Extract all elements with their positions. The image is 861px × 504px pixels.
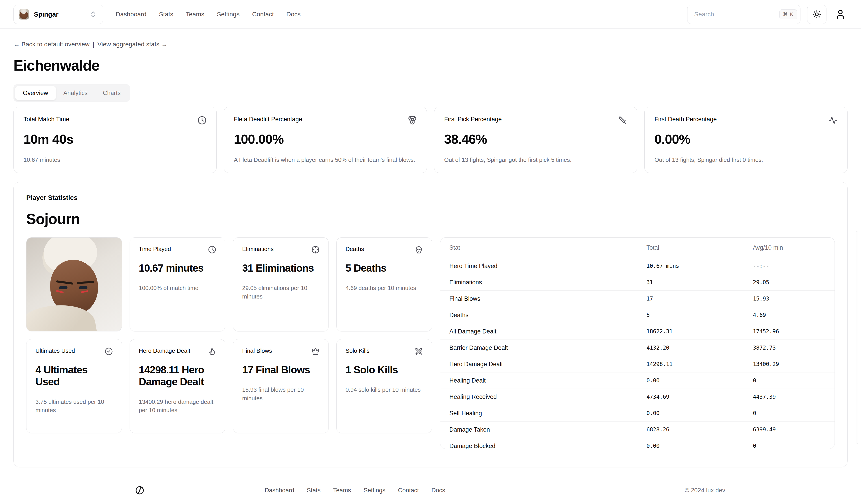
stat-card-title: First Death Percentage [655,116,717,123]
table-row: Hero Time Played10.67 mins--:-- [440,258,835,274]
nav-link-stats[interactable]: Stats [159,11,173,18]
tab-bar: OverviewAnalyticsCharts [13,84,130,102]
stat-card-title: Total Match Time [24,116,69,123]
table-cell-total: 0.00 [638,373,744,389]
footer-link-stats[interactable]: Stats [307,487,320,494]
circle-check-icon [105,347,113,355]
table-row: Barrier Damage Dealt4132.203872.73 [440,340,835,356]
nav-links: DashboardStatsTeamsSettingsContactDocs [116,11,301,18]
back-to-overview-link[interactable]: ← Back to default overview [13,41,90,48]
hero-card-title: Deaths [345,246,364,253]
stat-card-description: Out of 13 fights, Spingar died first 0 t… [655,156,837,164]
table-row: Damage Taken6828.266399.49 [440,421,835,438]
footer: DashboardStatsTeamsSettingsContactDocs ©… [0,473,861,504]
hero-card-solo-kills: Solo Kills1 Solo Kills0.94 solo kills pe… [336,339,432,433]
table-cell-avg: 0 [744,373,835,389]
hero-card-deaths: Deaths5 Deaths4.69 deaths per 10 minutes [336,237,432,332]
nav-link-settings[interactable]: Settings [217,11,240,18]
table-cell-avg: 13400.29 [744,356,835,373]
sun-icon [812,10,821,19]
hero-card-value: 10.67 minutes [139,262,216,274]
hero-card-time-played: Time Played10.67 minutes100.00% of match… [129,237,226,332]
skull-icon [415,246,423,254]
hero-card-subtext: 3.75 ultimates used per 10 minutes [36,398,113,415]
table-cell-avg: 3872.73 [744,340,835,356]
tab-overview[interactable]: Overview [15,86,56,100]
tab-charts[interactable]: Charts [95,86,128,100]
table-row: Damage Blocked0.000 [440,438,835,449]
table-cell-stat: Self Healing [440,405,638,421]
table-row: Eliminations3129.05 [440,274,835,291]
hero-name: Sojourn [26,210,835,227]
footer-link-contact[interactable]: Contact [398,487,419,494]
stat-card-first-death-percentage: First Death Percentage0.00%Out of 13 fig… [644,107,848,173]
table-row: Self Healing0.000 [440,405,835,421]
player-statistics-heading: Player Statistics [26,194,835,201]
footer-link-docs[interactable]: Docs [432,487,445,494]
stat-card-first-pick-percentage: First Pick Percentage38.46%Out of 13 fig… [434,107,637,173]
hero-card-eliminations: Eliminations31 Eliminations29.05 elimina… [233,237,329,332]
table-cell-total: 14298.11 [638,356,744,373]
nav-link-docs[interactable]: Docs [286,11,301,18]
hero-card-ultimates-used: Ultimates Used4 Ultimates Used3.75 ultim… [26,339,122,433]
search-input[interactable]: Search... ⌘ K [687,5,801,24]
table-cell-total: 4734.69 [638,389,744,405]
page-scrollbar-thumb[interactable] [856,231,858,444]
hero-card-value: 14298.11 Hero Damage Dealt [139,364,216,388]
footer-link-teams[interactable]: Teams [333,487,351,494]
column-header-avg: Avg/10 min [744,238,835,258]
crown-icon [312,347,319,355]
footer-link-dashboard[interactable]: Dashboard [264,487,294,494]
player-statistics-card: Player Statistics Sojourn Time Played10.… [13,182,848,467]
hero-card-subtext: 13400.29 hero damage dealt per 10 minute… [139,398,216,415]
player-statistics-content: Time Played10.67 minutes100.00% of match… [26,237,835,449]
table-cell-total: 4132.20 [638,340,744,356]
table-cell-total: 17 [638,291,744,307]
chevrons-up-down-icon [90,11,97,18]
nav-link-contact[interactable]: Contact [252,11,274,18]
footer-links: DashboardStatsTeamsSettingsContactDocs [264,487,445,494]
hero-card-value: 4 Ultimates Used [36,364,113,388]
hero-stat-cards: Time Played10.67 minutes100.00% of match… [26,237,432,433]
table-cell-total: 0.00 [638,405,744,421]
table-row: Healing Dealt0.000 [440,373,835,389]
tab-analytics[interactable]: Analytics [56,86,95,100]
hero-card-hero-damage-dealt: Hero Damage Dealt14298.11 Hero Damage De… [129,339,226,433]
lux-logo-icon [135,485,145,495]
account-button[interactable] [833,5,848,24]
table-cell-stat: Damage Blocked [440,438,638,449]
medal-icon [408,116,417,125]
nav-link-teams[interactable]: Teams [186,11,204,18]
sojourn-portrait [26,237,122,332]
table-cell-stat: All Damage Dealt [440,323,638,340]
table-cell-total: 5 [638,307,744,323]
table-cell-total: 18622.31 [638,323,744,340]
hero-card-title: Ultimates Used [36,347,75,354]
table-row: Healing Received4734.694437.39 [440,389,835,405]
hero-card-title: Eliminations [242,246,274,253]
search-placeholder: Search... [694,11,719,18]
hero-card-subtext: 0.94 solo kills per 10 minutes [345,386,423,394]
player-select[interactable]: Spingar [13,5,103,24]
hero-card-title: Final Blows [242,347,272,354]
table-cell-stat: Hero Time Played [440,258,638,274]
hero-card-subtext: 100.00% of match time [139,284,216,292]
view-aggregated-stats-link[interactable]: View aggregated stats → [97,41,167,48]
table-cell-avg: 15.93 [744,291,835,307]
table-cell-stat: Deaths [440,307,638,323]
stat-card-description: Out of 13 fights, Spingar got the first … [444,156,627,164]
table-cell-stat: Hero Damage Dealt [440,356,638,373]
nav-right: Search... ⌘ K [687,5,848,24]
table-cell-avg: 4437.39 [744,389,835,405]
stat-card-title: Fleta Deadlift Percentage [234,116,302,123]
nav-link-dashboard[interactable]: Dashboard [116,11,147,18]
footer-link-settings[interactable]: Settings [364,487,385,494]
theme-toggle-button[interactable] [807,5,826,24]
table-cell-avg: 4.69 [744,307,835,323]
table-cell-stat: Final Blows [440,291,638,307]
table-cell-stat: Eliminations [440,274,638,291]
stat-card-title: First Pick Percentage [444,116,502,123]
table-cell-stat: Healing Dealt [440,373,638,389]
page-title: Eichenwalde [13,57,848,74]
footer-copyright: © 2024 lux.dev. [685,487,726,494]
